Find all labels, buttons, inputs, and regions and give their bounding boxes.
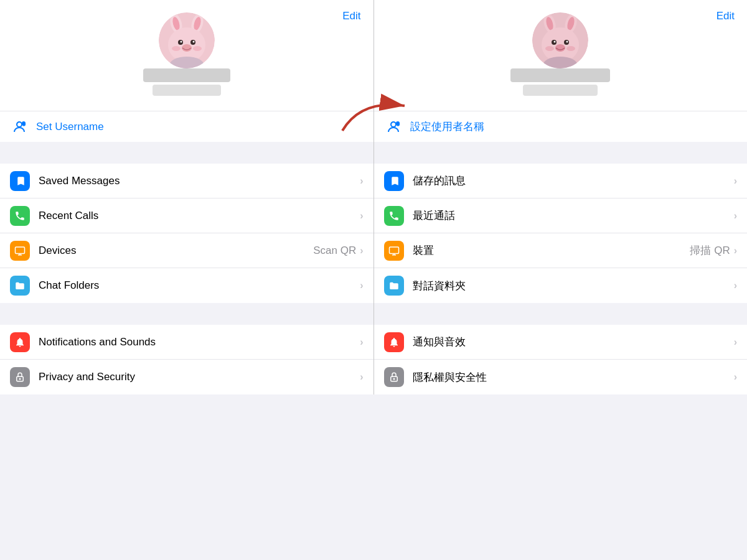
profile-info-left: [143, 68, 230, 96]
divider-1-right: [374, 142, 748, 164]
saved-messages-icon-zh: [384, 171, 404, 191]
notifications-item[interactable]: Notifications and Sounds ›: [0, 325, 374, 360]
phone-blur-right: [523, 85, 598, 96]
set-username-label-left: Set Username: [36, 121, 104, 133]
devices-label: Devices: [39, 245, 313, 257]
name-blur-left: [143, 68, 230, 82]
privacy-icon: [10, 367, 30, 387]
notifications-chevron: ›: [360, 337, 363, 348]
chat-folders-chevron: ›: [360, 280, 363, 291]
menu-group-2-left: Notifications and Sounds › Privacy and S…: [0, 325, 374, 394]
recent-calls-item[interactable]: Recent Calls ›: [0, 198, 374, 233]
devices-item[interactable]: Devices Scan QR ›: [0, 233, 374, 268]
saved-messages-item-zh[interactable]: 儲存的訊息 ›: [374, 164, 748, 198]
privacy-label: Privacy and Security: [39, 371, 360, 383]
name-blur-right: [510, 68, 610, 82]
privacy-chevron: ›: [360, 371, 363, 383]
privacy-icon-zh: [384, 367, 404, 387]
profile-info-right: [510, 68, 610, 96]
divider-2-left: [0, 303, 374, 325]
saved-messages-label: Saved Messages: [39, 175, 360, 187]
set-username-left[interactable]: @ Set Username: [0, 111, 374, 142]
svg-point-8: [180, 41, 182, 43]
recent-calls-chevron: ›: [360, 210, 363, 222]
avatar-right: [532, 12, 588, 68]
svg-point-9: [192, 41, 194, 43]
svg-point-33: [555, 44, 565, 52]
devices-icon-zh: [384, 241, 404, 261]
recent-calls-label-zh: 最近通話: [413, 208, 734, 223]
svg-point-10: [182, 44, 192, 52]
svg-text:@: @: [397, 122, 399, 125]
notifications-label: Notifications and Sounds: [39, 336, 360, 348]
chat-folders-label-zh: 對話資料夾: [413, 279, 734, 293]
notifications-chevron-zh: ›: [734, 337, 737, 348]
svg-point-35: [566, 46, 575, 51]
svg-point-14: [17, 122, 22, 127]
saved-messages-label-zh: 儲存的訊息: [413, 174, 734, 188]
saved-messages-chevron-zh: ›: [734, 175, 737, 187]
privacy-item-zh[interactable]: 隱私權與安全性 ›: [374, 360, 748, 394]
chat-folders-chevron-zh: ›: [734, 280, 737, 291]
svg-point-12: [193, 46, 202, 51]
notifications-label-zh: 通知與音效: [413, 335, 734, 349]
chat-folders-item[interactable]: Chat Folders ›: [0, 268, 374, 303]
svg-point-11: [172, 46, 181, 51]
devices-chevron-zh: ›: [734, 245, 737, 256]
devices-secondary: Scan QR: [313, 245, 356, 257]
phone-blur-left: [153, 85, 221, 96]
svg-point-32: [566, 41, 568, 43]
username-icon-left: @: [10, 118, 29, 136]
svg-rect-40: [389, 247, 398, 254]
svg-rect-17: [16, 247, 25, 254]
avatar-left: [159, 12, 215, 68]
menu-group-1-left: Saved Messages › Recent Calls › Devices …: [0, 164, 374, 303]
svg-point-34: [545, 46, 554, 51]
menu-group-1-right: 儲存的訊息 › 最近通話 › 裝置 掃描 QR ›: [374, 164, 748, 303]
devices-secondary-zh: 掃描 QR: [690, 243, 730, 258]
devices-chevron: ›: [360, 245, 363, 256]
recent-calls-icon-zh: [384, 206, 404, 226]
chat-folders-icon: [10, 276, 30, 296]
devices-item-zh[interactable]: 裝置 掃描 QR ›: [374, 233, 748, 268]
notifications-icon-zh: [384, 332, 404, 352]
divider-1-left: [0, 142, 374, 164]
svg-point-37: [391, 122, 396, 127]
notifications-item-zh[interactable]: 通知與音效 ›: [374, 325, 748, 360]
svg-point-31: [554, 41, 556, 43]
saved-messages-item[interactable]: Saved Messages ›: [0, 164, 374, 198]
saved-messages-chevron: ›: [360, 175, 363, 187]
devices-icon: [10, 241, 30, 261]
recent-calls-chevron-zh: ›: [734, 210, 737, 222]
svg-point-44: [393, 378, 395, 380]
divider-2-right: [374, 303, 748, 325]
privacy-label-zh: 隱私權與安全性: [413, 370, 734, 385]
recent-calls-label: Recent Calls: [39, 210, 360, 222]
recent-calls-item-zh[interactable]: 最近通話 ›: [374, 198, 748, 233]
chat-folders-label: Chat Folders: [39, 279, 360, 292]
menu-group-2-right: 通知與音效 › 隱私權與安全性 ›: [374, 325, 748, 394]
privacy-item[interactable]: Privacy and Security ›: [0, 360, 374, 394]
devices-label-zh: 裝置: [413, 243, 690, 258]
chat-folders-item-zh[interactable]: 對話資料夾 ›: [374, 268, 748, 303]
notifications-icon: [10, 332, 30, 352]
recent-calls-icon: [10, 206, 30, 226]
svg-text:@: @: [23, 122, 26, 125]
set-username-right[interactable]: @ 設定使用者名稱: [374, 111, 748, 142]
chat-folders-icon-zh: [384, 276, 404, 296]
privacy-chevron-zh: ›: [734, 371, 737, 383]
set-username-label-right: 設定使用者名稱: [410, 119, 484, 134]
edit-button-left[interactable]: Edit: [342, 10, 360, 22]
saved-messages-icon: [10, 171, 30, 191]
edit-button-right[interactable]: Edit: [716, 10, 735, 22]
svg-point-21: [19, 378, 21, 380]
username-icon-right: @: [384, 118, 403, 136]
